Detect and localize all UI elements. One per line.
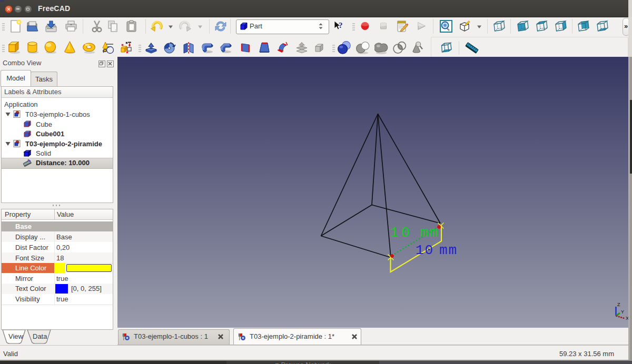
svg-text:Data: Data [33, 332, 47, 340]
svg-text:mm: mm [420, 225, 439, 241]
svg-text:Z: Z [617, 302, 620, 307]
svg-text:?: ? [339, 21, 343, 29]
svg-text:10: 10 [390, 225, 412, 241]
svg-text:Y: Y [621, 309, 624, 315]
svg-text:mm: mm [439, 242, 458, 258]
svg-text:10: 10 [416, 242, 434, 258]
svg-text:View: View [8, 332, 24, 340]
